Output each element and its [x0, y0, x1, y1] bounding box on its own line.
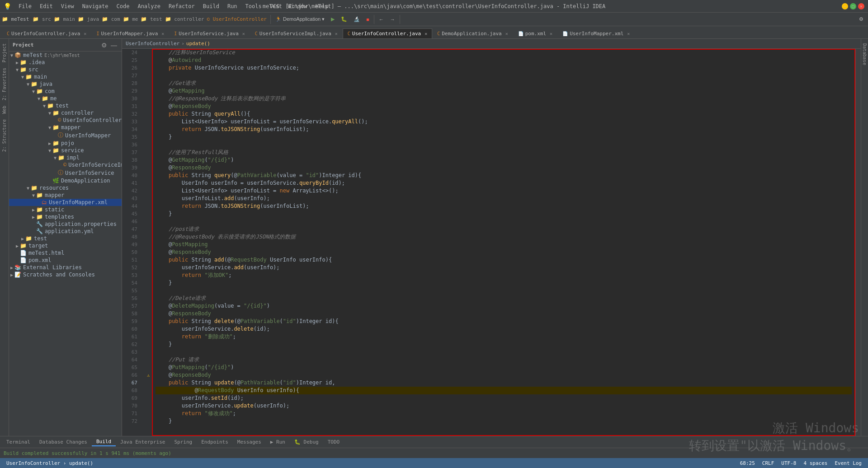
code-line-30[interactable]: //@ResponseBody 注释后表示数网的是字符串 — [156, 95, 852, 103]
menu-navigate[interactable]: Navigate — [79, 2, 112, 10]
tree-item-templates[interactable]: ▶ 📁 templates — [9, 213, 122, 220]
tree-item-me[interactable]: ▼ 📁 me — [9, 95, 122, 102]
code-line-60[interactable]: userInfoService.delete(id); — [156, 325, 852, 333]
left-tab-structure[interactable]: 2: Structure — [1, 117, 8, 154]
sidebar-header-icons[interactable]: ⚙ — — [100, 42, 118, 49]
menu-refactor[interactable]: Refactor — [165, 2, 198, 10]
tab-pom-xml[interactable]: 📄 pom.xml ✕ — [513, 28, 557, 38]
back-btn[interactable]: ← — [376, 16, 387, 23]
code-line-37[interactable]: //使用了RestFull风格 — [156, 149, 852, 156]
code-line-61[interactable]: return "删除成功"; — [156, 333, 852, 341]
tab-userinfoserviceimpl[interactable]: C UserInfoServiceImpl.java ✕ — [250, 28, 343, 38]
run-config-btn[interactable]: 🏃 DemoApplication ▾ — [273, 15, 327, 23]
stop-btn[interactable]: ■ — [363, 16, 372, 23]
tree-item-metest-html[interactable]: 📄 meTest.html — [9, 249, 122, 257]
tab-userinfoservice-java[interactable]: I UserInfoService.java ✕ — [169, 28, 250, 38]
bottom-tab-db-changes[interactable]: Database Changes — [35, 438, 92, 446]
breadcrumb-controller[interactable]: UserInfoController — [126, 41, 179, 47]
tree-item-resources[interactable]: ▼ 📁 resources — [9, 184, 122, 192]
code-line-54[interactable]: } — [156, 279, 852, 287]
left-tab-web[interactable]: Web — [1, 103, 8, 117]
coverage-btn[interactable]: 🔬 — [351, 15, 363, 23]
code-line-50[interactable]: @ResponseBody — [156, 248, 852, 256]
bottom-tab-terminal[interactable]: Terminal — [2, 438, 35, 446]
tab-close-3[interactable]: ✕ — [242, 31, 245, 36]
tab-userinfocontroller-1[interactable]: C UserInfoController.java ✕ — [2, 28, 91, 38]
bottom-tab-endpoints[interactable]: Endpoints — [197, 438, 233, 446]
code-line-36[interactable] — [156, 141, 852, 149]
code-line-33[interactable]: List<UserInfo> userInfoList = userInfoSe… — [156, 118, 852, 126]
code-line-48[interactable]: //@RequestBody 表示接受请求的JSON格式的数据 — [156, 233, 852, 241]
tree-item-idea[interactable]: ▶ 📁 .idea — [9, 59, 122, 66]
bottom-tab-run[interactable]: ▶ Run — [266, 438, 290, 446]
tree-item-userinfomapper[interactable]: ⓘ UserInfoMapper — [9, 131, 122, 140]
close-button[interactable]: ✕ — [858, 3, 864, 9]
status-breadcrumb[interactable]: UserInfoController › update() — [4, 460, 96, 466]
settings-btn[interactable]: ⚙ — [856, 15, 866, 23]
bottom-tab-spring[interactable]: Spring — [170, 438, 197, 446]
code-line-67[interactable]: public String update(@PathVariable("id")… — [156, 379, 852, 387]
bottom-tab-debug[interactable]: 🐛 Debug — [290, 438, 323, 446]
code-line-41[interactable]: UserInfo userInfo = userInfoService.quer… — [156, 179, 852, 187]
left-tab-favorites[interactable]: 2: Favorites — [1, 65, 8, 103]
tree-item-userinfocontroller[interactable]: © UserInfoController — [9, 117, 122, 124]
bottom-tab-build[interactable]: Build — [92, 438, 116, 446]
right-tab-database[interactable]: Database — [861, 41, 868, 68]
code-line-45[interactable]: } — [156, 210, 852, 218]
code-line-25[interactable]: @Autowired — [156, 56, 852, 64]
code-line-47[interactable]: //post请求 — [156, 225, 852, 233]
code-line-26[interactable]: private UserInfoService userInfoService; — [156, 64, 852, 72]
menu-file[interactable]: File — [15, 2, 35, 10]
code-line-63[interactable] — [156, 348, 852, 356]
code-line-40[interactable]: public String query(@PathVariable(value … — [156, 172, 852, 179]
tree-item-service[interactable]: ▼ 📁 service — [9, 147, 122, 154]
code-editor[interactable]: 24 25 26 27 28 29 30 31 32 33 34 35 36 3… — [122, 49, 861, 436]
tab-close-1[interactable]: ✕ — [84, 31, 86, 36]
tree-item-external-libs[interactable]: ▶ 📚 External Libraries — [9, 264, 122, 271]
tree-item-controller[interactable]: ▼ 📁 controller — [9, 109, 122, 117]
tab-close-2[interactable]: ✕ — [161, 31, 164, 36]
tree-item-static[interactable]: ▶ 📁 static — [9, 206, 122, 213]
tab-close-4[interactable]: ✕ — [335, 31, 338, 36]
tab-userinfomapper-xml[interactable]: 📄 UserInfoMapper.xml ✕ — [557, 28, 635, 38]
code-line-62[interactable]: } — [156, 341, 852, 348]
code-line-35[interactable]: } — [156, 133, 852, 141]
forward-btn[interactable]: → — [387, 16, 398, 23]
tree-item-userinfomapper-xml[interactable]: 🗂 UserInfoMapper.xml — [9, 199, 122, 206]
tree-item-test[interactable]: ▼ 📁 test — [9, 102, 122, 109]
bottom-tab-messages[interactable]: Messages — [233, 438, 266, 446]
code-line-34[interactable]: return JSON.toJSONString(userInfoList); — [156, 126, 852, 133]
code-line-49[interactable]: @PostMapping — [156, 241, 852, 248]
menu-view[interactable]: View — [57, 2, 78, 10]
code-line-55[interactable] — [156, 287, 852, 295]
code-content[interactable]: //注释UserInfoService @Autowired private U… — [152, 49, 855, 436]
bottom-tab-todo[interactable]: TODO — [323, 438, 344, 446]
tree-item-scratches[interactable]: ▶ 📝 Scratches and Consoles — [9, 271, 122, 278]
code-line-29[interactable]: @GetMapping — [156, 87, 852, 95]
breadcrumb-method[interactable]: update() — [186, 41, 210, 47]
code-line-65[interactable]: @PutMapping("/{id}") — [156, 364, 852, 371]
code-line-53[interactable]: return "添加OK"; — [156, 271, 852, 279]
tree-item-target[interactable]: ▶ 📁 target — [9, 242, 122, 249]
debug-btn[interactable]: 🐛 — [338, 15, 350, 23]
maximize-button[interactable]: □ — [850, 3, 856, 9]
code-line-68[interactable]: @RequestBody UserInfo userInfo){ — [156, 387, 852, 394]
code-line-27[interactable] — [156, 72, 852, 80]
code-line-66[interactable]: @ResponseBody — [156, 371, 852, 379]
left-tab-project[interactable]: Project — [1, 41, 8, 65]
code-line-56[interactable]: //Delete请求 — [156, 295, 852, 302]
code-line-71[interactable]: return "修改成功"; — [156, 410, 852, 417]
tab-userinfocontroller-active[interactable]: C UserInfoController.java ✕ — [343, 28, 432, 38]
tab-close-8[interactable]: ✕ — [627, 31, 630, 36]
tree-item-mapper-res[interactable]: ▼ 📁 mapper — [9, 192, 122, 199]
code-line-64[interactable]: //Put 请求 — [156, 356, 852, 364]
tree-item-pom[interactable]: 📄 pom.xml — [9, 257, 122, 264]
tree-item-demoapplication[interactable]: 🌿 DemoApplication — [9, 177, 122, 184]
tree-item-impl[interactable]: ▼ 📁 impl — [9, 154, 122, 161]
tree-item-application-yml[interactable]: 🔧 application.yml — [9, 228, 122, 235]
status-line-ending[interactable]: CRLF — [760, 460, 777, 466]
code-line-59[interactable]: public String delete(@PathVariable("id")… — [156, 318, 852, 325]
tree-item-test2[interactable]: ▶ 📁 test — [9, 235, 122, 242]
tab-close-6[interactable]: ✕ — [505, 31, 508, 36]
code-line-32[interactable]: public String queryAll(){ — [156, 110, 852, 118]
